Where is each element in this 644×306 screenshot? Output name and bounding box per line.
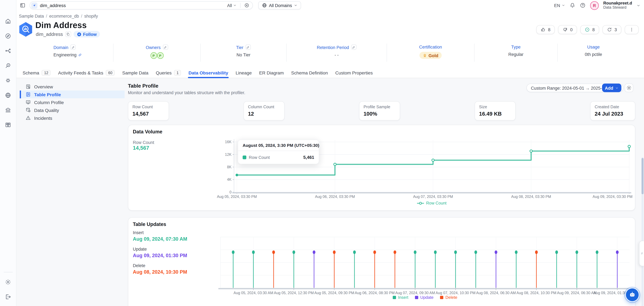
language-selector[interactable]: EN [554,3,565,8]
svg-text:16K: 16K [225,140,232,144]
legend-item-delete[interactable]: Delete [440,295,458,299]
edit-pencil-icon[interactable] [246,45,251,50]
user-menu-chevron-icon[interactable] [637,4,640,7]
stat-card-row-count: Row Count14,567 [128,101,169,121]
entity-fqn: dim_address [36,32,63,37]
meta-label-text: Usage [587,45,600,50]
breadcrumb-separator: / [81,14,82,19]
tab-lineage[interactable]: Lineage [232,66,256,78]
overview-icon [26,84,31,89]
owner-avatar[interactable]: P [150,52,157,59]
search-input[interactable]: dim_address [40,3,225,8]
help-icon[interactable] [580,3,586,8]
tab-data-observability[interactable]: Data Observability [185,66,232,78]
data-volume-chart[interactable]: 04K8K12K16KAug 05, 2024, 03:30 PMAug 06,… [128,125,635,210]
breadcrumb-separator: / [46,14,47,19]
row-count-legend[interactable]: Row Count [234,201,630,205]
meta-usage: Usage0th pctile [557,44,629,62]
copy-icon[interactable] [65,31,71,37]
columnprofile-icon [26,100,31,105]
edit-pencil-icon[interactable] [70,45,76,50]
side-panel-handle[interactable] [639,241,644,266]
data-observability-content: OverviewTable ProfileColumn ProfileData … [16,78,644,306]
clear-search-icon[interactable] [244,3,249,8]
nav-settings-icon[interactable] [3,276,14,287]
meta-certification: CertificationGold [386,44,474,62]
search-scope-dropdown[interactable]: All [227,3,236,8]
more-options-button[interactable] [625,25,638,34]
tab-queries[interactable]: Queries1 [152,66,185,78]
dataquality-icon [26,107,31,113]
svg-text:Aug 07, 2024, 10:30 PM: Aug 07, 2024, 10:30 PM [436,291,476,295]
link-icon[interactable] [78,53,82,57]
tab-count-badge: 60 [106,70,115,76]
svg-text:0: 0 [230,190,232,194]
svg-text:Aug 06, 2024, 08:30 PM: Aug 06, 2024, 08:30 PM [355,291,395,295]
profiler-settings-button[interactable] [625,84,633,92]
tab-activity-feeds-tasks[interactable]: Activity Feeds & Tasks60 [54,66,118,78]
left-nav-rail [0,0,16,306]
tab-custom-properties[interactable]: Custom Properties [332,66,376,78]
edit-pencil-icon[interactable] [351,45,356,50]
nav-insights-icon[interactable] [3,75,14,86]
tab-sample-data[interactable]: Sample Data [118,66,152,78]
stat-card-column-count: Column Count12 [244,101,284,121]
meta-label-text: Type [511,45,520,50]
notifications-bell-icon[interactable] [570,3,575,8]
add-button[interactable]: Add [602,84,622,92]
breadcrumb-item[interactable]: Sample Data [19,14,44,19]
nav-govern-icon[interactable] [3,105,14,115]
legend-item-insert[interactable]: Insert [393,295,408,299]
tab-count-badge: 1 [174,70,181,76]
domain-filter-dropdown[interactable]: All Domains [258,1,301,10]
sidebar-toggle-icon[interactable] [20,3,26,8]
meta-retention-period: Retention Period- - [286,44,386,62]
tab-schema-definition[interactable]: Schema Definition [288,66,332,78]
scrollbar-thumb[interactable] [642,158,644,194]
nav-observability-icon[interactable] [3,60,14,71]
meta-value: Regular [508,52,524,57]
owner-avatar[interactable]: P [157,52,164,59]
chat-assistant-button[interactable] [625,287,640,302]
legend-item-update[interactable]: Update [415,295,434,299]
nav-explore-icon[interactable] [3,31,14,41]
nav-glossary-icon[interactable] [3,119,14,130]
nav-logout-icon[interactable] [3,291,14,302]
upvote-button[interactable]: 8 [536,25,555,34]
meta-label-text: Domain [54,45,68,50]
breadcrumb: Sample Data/ecommerce_db/shopify [19,14,98,19]
meta-label-text: Retention Period [317,45,349,50]
nav-lineage-icon[interactable] [3,45,14,56]
nav-domains-icon[interactable] [3,90,14,100]
user-menu[interactable]: Rounakpreet.d Data Steward [603,1,632,10]
global-search-bar[interactable]: dim_address All [30,1,253,10]
sidebar-item-table-profile[interactable]: Table Profile [20,91,124,98]
table-updates-chart[interactable]: Aug 05, 2024, 03:30 AMAug 05, 2024, 12:3… [128,218,635,306]
tasks-button[interactable]: 8 [580,25,599,34]
versions-button[interactable]: 3 [602,25,622,34]
user-avatar[interactable]: R [590,1,599,10]
app-window: dim_address All All Domains EN R Rounakp… [0,0,644,306]
svg-text:Aug 09, 2024, 03:30 PM: Aug 09, 2024, 03:30 PM [593,195,632,199]
chart-tooltip: August 05, 2024, 3:30 PM (UTC+05:30) Row… [238,139,319,164]
stat-card-size: Size16.49 KB [474,101,516,121]
sidebar-item-incidents[interactable]: Incidents [20,114,124,122]
downvote-button[interactable]: 0 [558,25,577,34]
tab-schema[interactable]: Schema12 [19,66,54,78]
rail-divider [4,272,13,272]
top-bar: dim_address All All Domains EN R Rounakp… [16,0,644,11]
follow-button[interactable]: Follow [74,31,100,38]
sidebar-item-data-quality[interactable]: Data Quality [20,106,124,114]
stat-label: Created Date [595,105,631,109]
breadcrumb-item[interactable]: ecommerce_db [49,14,79,19]
sidebar-item-overview[interactable]: Overview [20,83,124,91]
meta-label-text: Owners [146,45,161,50]
tab-er-diagram[interactable]: ER Diagram [256,66,288,78]
breadcrumb-item[interactable]: shopify [84,14,98,19]
nav-home-icon[interactable] [3,16,14,27]
user-name: Rounakpreet.d [603,1,632,6]
edit-pencil-icon[interactable] [163,45,168,50]
sidebar-item-column-profile[interactable]: Column Profile [20,98,124,106]
meta-value: No Tier [236,52,250,57]
table-updates-legend: InsertUpdateDelete [220,295,630,299]
